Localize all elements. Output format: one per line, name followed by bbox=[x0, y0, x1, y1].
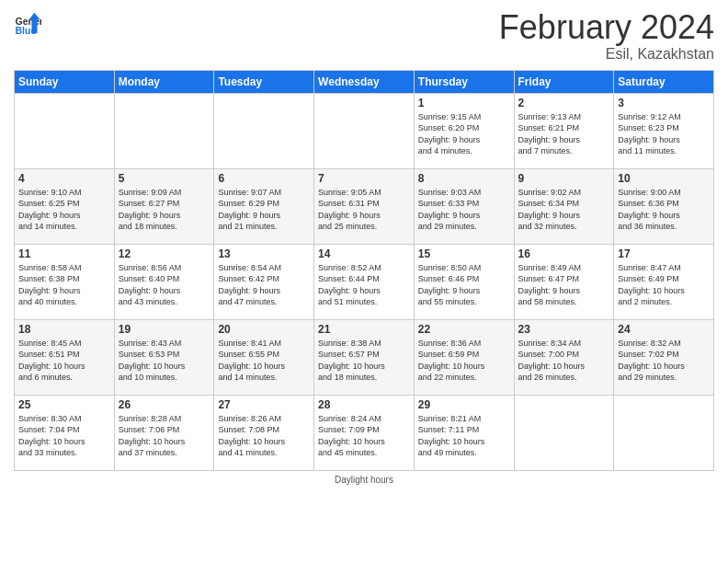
calendar-cell: 14Sunrise: 8:52 AMSunset: 6:44 PMDayligh… bbox=[314, 244, 415, 319]
calendar-cell: 28Sunrise: 8:24 AMSunset: 7:09 PMDayligh… bbox=[314, 395, 415, 470]
calendar-cell: 8Sunrise: 9:03 AMSunset: 6:33 PMDaylight… bbox=[414, 168, 514, 244]
day-info: Sunrise: 8:52 AMSunset: 6:44 PMDaylight:… bbox=[318, 262, 410, 308]
calendar-cell bbox=[214, 93, 314, 168]
daylight-label: Daylight hours bbox=[335, 475, 393, 485]
day-number: 20 bbox=[218, 323, 310, 336]
header-row: SundayMondayTuesdayWednesdayThursdayFrid… bbox=[15, 70, 714, 93]
day-info: Sunrise: 8:43 AMSunset: 6:53 PMDaylight:… bbox=[119, 338, 210, 384]
day-number: 24 bbox=[618, 323, 710, 336]
day-header: Wednesday bbox=[314, 70, 415, 93]
day-number: 27 bbox=[218, 398, 310, 411]
day-number: 22 bbox=[418, 323, 510, 336]
day-number: 2 bbox=[518, 97, 610, 109]
calendar-cell: 22Sunrise: 8:36 AMSunset: 6:59 PMDayligh… bbox=[414, 319, 514, 395]
day-info: Sunrise: 8:41 AMSunset: 6:55 PMDaylight:… bbox=[218, 338, 310, 384]
day-info: Sunrise: 9:12 AMSunset: 6:23 PMDaylight:… bbox=[618, 111, 710, 157]
calendar-cell: 24Sunrise: 8:32 AMSunset: 7:02 PMDayligh… bbox=[614, 319, 714, 395]
day-info: Sunrise: 9:15 AMSunset: 6:20 PMDaylight:… bbox=[418, 111, 510, 157]
day-header: Tuesday bbox=[214, 70, 314, 93]
calendar-cell bbox=[114, 93, 214, 168]
day-number: 15 bbox=[418, 247, 510, 260]
day-number: 28 bbox=[318, 398, 410, 411]
day-number: 12 bbox=[119, 247, 210, 260]
month-year-title: February 2024 bbox=[499, 9, 714, 46]
day-info: Sunrise: 8:47 AMSunset: 6:49 PMDaylight:… bbox=[618, 262, 710, 308]
calendar-cell bbox=[15, 93, 115, 168]
day-info: Sunrise: 8:58 AMSunset: 6:38 PMDaylight:… bbox=[18, 262, 110, 308]
day-info: Sunrise: 9:10 AMSunset: 6:25 PMDaylight:… bbox=[18, 187, 110, 233]
calendar-table: SundayMondayTuesdayWednesdayThursdayFrid… bbox=[14, 70, 714, 471]
calendar-cell: 19Sunrise: 8:43 AMSunset: 6:53 PMDayligh… bbox=[114, 319, 214, 395]
day-number: 26 bbox=[119, 398, 210, 411]
day-number: 19 bbox=[119, 323, 210, 336]
day-header: Saturday bbox=[614, 70, 714, 93]
day-info: Sunrise: 8:36 AMSunset: 6:59 PMDaylight:… bbox=[418, 338, 510, 384]
calendar-cell: 4Sunrise: 9:10 AMSunset: 6:25 PMDaylight… bbox=[15, 168, 115, 244]
day-number: 1 bbox=[418, 97, 510, 109]
calendar-cell: 17Sunrise: 8:47 AMSunset: 6:49 PMDayligh… bbox=[614, 244, 714, 319]
day-number: 7 bbox=[318, 172, 410, 185]
calendar-cell: 15Sunrise: 8:50 AMSunset: 6:46 PMDayligh… bbox=[414, 244, 514, 319]
day-number: 23 bbox=[518, 323, 610, 336]
day-info: Sunrise: 8:32 AMSunset: 7:02 PMDaylight:… bbox=[618, 338, 710, 384]
day-info: Sunrise: 9:13 AMSunset: 6:21 PMDaylight:… bbox=[518, 111, 610, 157]
calendar-cell: 26Sunrise: 8:28 AMSunset: 7:06 PMDayligh… bbox=[114, 395, 214, 470]
day-number: 6 bbox=[218, 172, 310, 185]
calendar-cell: 6Sunrise: 9:07 AMSunset: 6:29 PMDaylight… bbox=[214, 168, 314, 244]
day-info: Sunrise: 8:50 AMSunset: 6:46 PMDaylight:… bbox=[418, 262, 510, 308]
day-info: Sunrise: 8:54 AMSunset: 6:42 PMDaylight:… bbox=[218, 262, 310, 308]
calendar-cell bbox=[314, 93, 415, 168]
calendar-cell: 25Sunrise: 8:30 AMSunset: 7:04 PMDayligh… bbox=[15, 395, 115, 470]
day-number: 10 bbox=[618, 172, 710, 185]
day-info: Sunrise: 9:05 AMSunset: 6:31 PMDaylight:… bbox=[318, 187, 410, 233]
day-info: Sunrise: 8:49 AMSunset: 6:47 PMDaylight:… bbox=[518, 262, 610, 308]
day-header: Sunday bbox=[15, 70, 115, 93]
day-number: 4 bbox=[18, 172, 110, 185]
calendar-cell: 23Sunrise: 8:34 AMSunset: 7:00 PMDayligh… bbox=[514, 319, 614, 395]
calendar-cell: 5Sunrise: 9:09 AMSunset: 6:27 PMDaylight… bbox=[114, 168, 214, 244]
header: General Blue February 2024 Esil, Kazakhs… bbox=[14, 9, 714, 63]
day-info: Sunrise: 8:24 AMSunset: 7:09 PMDaylight:… bbox=[318, 413, 410, 459]
day-number: 8 bbox=[418, 172, 510, 185]
day-info: Sunrise: 8:26 AMSunset: 7:08 PMDaylight:… bbox=[218, 413, 310, 459]
calendar-cell: 20Sunrise: 8:41 AMSunset: 6:55 PMDayligh… bbox=[214, 319, 314, 395]
calendar-cell: 1Sunrise: 9:15 AMSunset: 6:20 PMDaylight… bbox=[414, 93, 514, 168]
day-number: 29 bbox=[418, 398, 510, 411]
calendar-cell: 10Sunrise: 9:00 AMSunset: 6:36 PMDayligh… bbox=[614, 168, 714, 244]
day-number: 16 bbox=[518, 247, 610, 260]
calendar-cell: 16Sunrise: 8:49 AMSunset: 6:47 PMDayligh… bbox=[514, 244, 614, 319]
day-number: 17 bbox=[618, 247, 710, 260]
calendar-week-row: 1Sunrise: 9:15 AMSunset: 6:20 PMDaylight… bbox=[15, 93, 714, 168]
calendar-cell: 3Sunrise: 9:12 AMSunset: 6:23 PMDaylight… bbox=[614, 93, 714, 168]
day-info: Sunrise: 8:28 AMSunset: 7:06 PMDaylight:… bbox=[119, 413, 210, 459]
calendar-week-row: 11Sunrise: 8:58 AMSunset: 6:38 PMDayligh… bbox=[15, 244, 714, 319]
calendar-cell bbox=[614, 395, 714, 470]
day-number: 11 bbox=[18, 247, 110, 260]
day-number: 13 bbox=[218, 247, 310, 260]
day-info: Sunrise: 8:21 AMSunset: 7:11 PMDaylight:… bbox=[418, 413, 510, 459]
calendar-cell: 27Sunrise: 8:26 AMSunset: 7:08 PMDayligh… bbox=[214, 395, 314, 470]
calendar-cell: 9Sunrise: 9:02 AMSunset: 6:34 PMDaylight… bbox=[514, 168, 614, 244]
day-info: Sunrise: 8:56 AMSunset: 6:40 PMDaylight:… bbox=[119, 262, 210, 308]
day-number: 25 bbox=[18, 398, 110, 411]
day-number: 5 bbox=[119, 172, 210, 185]
day-header: Monday bbox=[114, 70, 214, 93]
calendar-week-row: 25Sunrise: 8:30 AMSunset: 7:04 PMDayligh… bbox=[15, 395, 714, 470]
day-header: Thursday bbox=[414, 70, 514, 93]
day-number: 21 bbox=[318, 323, 410, 336]
calendar-cell: 13Sunrise: 8:54 AMSunset: 6:42 PMDayligh… bbox=[214, 244, 314, 319]
calendar-cell: 7Sunrise: 9:05 AMSunset: 6:31 PMDaylight… bbox=[314, 168, 415, 244]
calendar-cell: 2Sunrise: 9:13 AMSunset: 6:21 PMDaylight… bbox=[514, 93, 614, 168]
day-info: Sunrise: 8:34 AMSunset: 7:00 PMDaylight:… bbox=[518, 338, 610, 384]
logo: General Blue bbox=[14, 9, 41, 37]
day-number: 9 bbox=[518, 172, 610, 185]
calendar-cell: 18Sunrise: 8:45 AMSunset: 6:51 PMDayligh… bbox=[15, 319, 115, 395]
footer: Daylight hours bbox=[14, 475, 714, 485]
calendar-cell bbox=[514, 395, 614, 470]
title-block: February 2024 Esil, Kazakhstan bbox=[499, 9, 714, 63]
logo-icon: General Blue bbox=[14, 9, 41, 37]
day-info: Sunrise: 9:00 AMSunset: 6:36 PMDaylight:… bbox=[618, 187, 710, 233]
day-info: Sunrise: 8:45 AMSunset: 6:51 PMDaylight:… bbox=[18, 338, 110, 384]
location-subtitle: Esil, Kazakhstan bbox=[499, 46, 714, 63]
calendar-cell: 12Sunrise: 8:56 AMSunset: 6:40 PMDayligh… bbox=[114, 244, 214, 319]
